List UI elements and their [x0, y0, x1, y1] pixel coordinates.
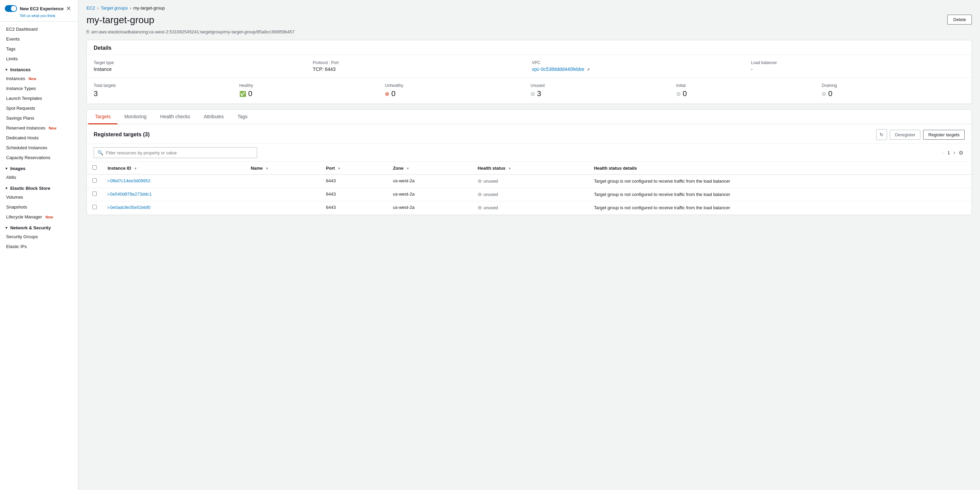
arn-value: arn:aws:elasticloadbalancing:us-west-2:5… [91, 29, 294, 34]
col-header-name: Name ▼ [245, 162, 320, 174]
row-checkbox[interactable] [92, 192, 97, 196]
details-grid: Target type Instance Protocol : Port TCP… [87, 55, 972, 78]
next-page-button[interactable]: › [952, 149, 956, 156]
toggle-subtitle[interactable]: Tell us what you think [20, 14, 73, 18]
total-targets-value: 3 [94, 89, 237, 98]
vpc-link[interactable]: vpc-0c538dddd440febbe [532, 67, 584, 72]
cell-zone: us-west-2a [388, 188, 472, 201]
unhealthy-value: ⊗ 0 [385, 89, 528, 98]
cell-instance-id: i-0fbd7c14ee3d09952 [102, 174, 245, 188]
search-bar-row: 🔍 ‹ 1 › ⚙ [87, 144, 972, 162]
nav-label: Tags [6, 46, 15, 51]
nav-label: Snapshots [6, 204, 27, 209]
search-input-wrap: 🔍 [94, 147, 257, 158]
table-row: i-0fbd7c14ee3d09952 6443 us-west-2a ⊝ un… [87, 174, 972, 188]
cell-port: 6443 [320, 188, 388, 201]
section-header-ebs[interactable]: ▼ Elastic Block Store [0, 182, 78, 192]
sidebar-item-instances[interactable]: Instances New [0, 73, 78, 83]
health-details-text: Target group is not configured to receiv… [594, 179, 730, 184]
sort-icon[interactable]: ▼ [134, 167, 137, 170]
sort-icon[interactable]: ▼ [337, 167, 341, 170]
nav-label: Limits [6, 56, 18, 61]
cell-name [245, 188, 320, 201]
section-header-network-security[interactable]: ▼ Network & Security [0, 222, 78, 232]
tab-attributes[interactable]: Attributes [197, 110, 231, 124]
cell-health-status: ⊝ unused [472, 201, 589, 215]
sidebar-item-savings-plans[interactable]: Savings Plans [0, 113, 78, 123]
chevron-down-icon: ▼ [5, 187, 8, 190]
row-checkbox-cell [87, 201, 102, 215]
load-balancer-value: - [751, 67, 965, 72]
section-header-instances[interactable]: ▼ Instances [0, 64, 78, 73]
delete-button[interactable]: Delete [947, 14, 972, 24]
cell-zone: us-west-2a [388, 174, 472, 188]
sidebar-item-launch-templates[interactable]: Launch Templates [0, 93, 78, 103]
search-input[interactable] [106, 150, 253, 155]
section-label: Images [10, 166, 25, 171]
cell-health-details: Target group is not configured to receiv… [589, 201, 972, 215]
pagination-settings-icon[interactable]: ⚙ [959, 150, 963, 156]
protocol-port-label: Protocol : Port [313, 60, 527, 65]
toggle-label: New EC2 Experience [20, 6, 64, 11]
close-button[interactable]: ✕ [64, 4, 73, 13]
row-checkbox[interactable] [92, 178, 97, 183]
toggle-pill[interactable] [5, 5, 17, 12]
sidebar-item-scheduled-instances[interactable]: Scheduled Instances [0, 143, 78, 153]
sidebar-item-events[interactable]: Events [0, 34, 78, 44]
sidebar-item-volumes[interactable]: Volumes [0, 192, 78, 202]
sidebar-item-security-groups[interactable]: Security Groups [0, 232, 78, 242]
sidebar-item-instance-types[interactable]: Instance Types [0, 83, 78, 93]
unused-value: ⊝ 3 [531, 89, 673, 98]
new-experience-toggle[interactable]: New EC2 Experience [5, 5, 64, 12]
copy-icon[interactable]: ⎘ [86, 29, 89, 34]
sidebar-item-dedicated-hosts[interactable]: Dedicated Hosts [0, 133, 78, 143]
detail-vpc: VPC vpc-0c538dddd440febbe ↗ [532, 60, 746, 72]
select-all-checkbox[interactable] [92, 165, 97, 170]
initial-value: ⊝ 0 [676, 89, 819, 98]
target-type-label: Target type [94, 60, 307, 65]
sidebar-item-elastic-ips[interactable]: Elastic IPs [0, 242, 78, 252]
section-header-images[interactable]: ▼ Images [0, 163, 78, 172]
sidebar-item-lifecycle-manager[interactable]: Lifecycle Manager New [0, 212, 78, 222]
sidebar-item-snapshots[interactable]: Snapshots [0, 202, 78, 212]
col-header-port: Port ▼ [320, 162, 388, 174]
external-link-icon: ↗ [587, 67, 590, 72]
breadcrumb-ec2[interactable]: EC2 [86, 5, 95, 11]
sidebar: New EC2 Experience ✕ Tell us what you th… [0, 0, 78, 490]
sidebar-item-reserved-instances[interactable]: Reserved Instances New [0, 123, 78, 133]
prev-page-button[interactable]: ‹ [941, 149, 945, 156]
register-targets-button[interactable]: Register targets [923, 130, 965, 140]
total-targets-label: Total targets [94, 83, 237, 88]
refresh-button[interactable]: ↻ [876, 129, 887, 140]
new-badge: New [29, 77, 37, 81]
instance-id-link[interactable]: i-0e540d978e273ddc1 [108, 192, 151, 196]
sidebar-item-amis[interactable]: AMIs [0, 172, 78, 182]
new-badge: New [49, 126, 57, 130]
main-content: EC2 › Target groups › my-target-group my… [78, 0, 980, 490]
instance-id-link[interactable]: i-0e0adc8e35e52ebf0 [108, 205, 151, 210]
tab-health-checks[interactable]: Health checks [153, 110, 197, 124]
stat-unhealthy: Unhealthy ⊗ 0 [385, 83, 528, 98]
row-checkbox[interactable] [92, 205, 97, 209]
sidebar-item-limits[interactable]: Limits [0, 54, 78, 64]
deregister-button[interactable]: Deregister [890, 130, 920, 140]
nav-label: Lifecycle Manager [6, 214, 42, 219]
sidebar-item-capacity-reservations[interactable]: Capacity Reservations [0, 153, 78, 163]
sidebar-item-tags[interactable]: Tags [0, 44, 78, 54]
tab-tags[interactable]: Tags [231, 110, 255, 124]
targets-table: Instance ID ▼ Name ▼ Port ▼ [87, 162, 972, 215]
sort-icon[interactable]: ▼ [406, 167, 410, 170]
instance-id-link[interactable]: i-0fbd7c14ee3d09952 [108, 178, 151, 184]
sort-icon[interactable]: ▼ [265, 167, 269, 170]
sidebar-item-ec2-dashboard[interactable]: EC2 Dashboard [0, 24, 78, 34]
check-circle-icon: ✅ [239, 91, 246, 97]
tab-targets[interactable]: Targets [88, 110, 118, 124]
unused-icon: ⊝ [478, 178, 482, 184]
nav-label: Elastic IPs [6, 244, 27, 249]
breadcrumb-target-groups[interactable]: Target groups [101, 5, 128, 11]
sort-icon[interactable]: ▼ [508, 167, 511, 170]
clock-icon: ⊝ [676, 91, 681, 97]
nav-label: Capacity Reservations [6, 155, 50, 160]
tab-monitoring[interactable]: Monitoring [118, 110, 153, 124]
sidebar-item-spot-requests[interactable]: Spot Requests [0, 103, 78, 113]
